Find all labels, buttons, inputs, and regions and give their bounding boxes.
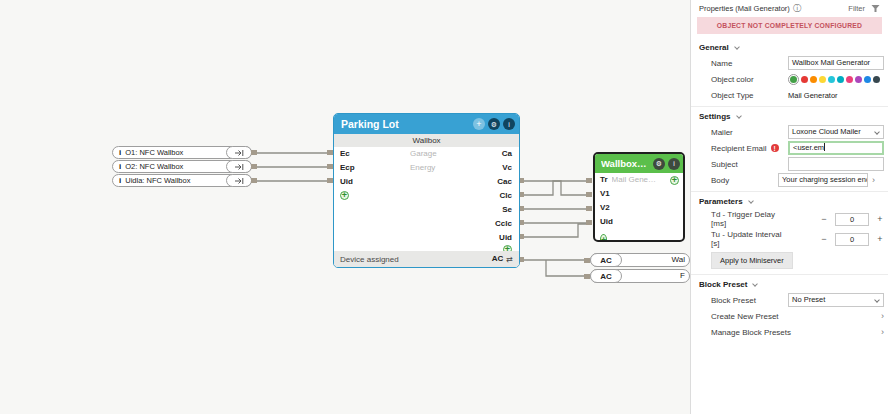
manage-block-presets-item[interactable]: Manage Block Presets ›: [691, 324, 888, 340]
reference-icon[interactable]: [226, 174, 252, 187]
filter-funnel-icon[interactable]: [871, 4, 880, 13]
filter-label: Filter: [848, 4, 865, 13]
ac-port[interactable]: AC: [492, 252, 504, 266]
input-port[interactable]: V2: [600, 201, 610, 215]
input-port[interactable]: Uid: [340, 175, 355, 189]
update-interval-stepper: − 0 +: [788, 233, 884, 246]
input-ref-o1[interactable]: i O1: NFC Wallbox: [112, 146, 252, 159]
input-ref-label: O1: NFC Wallbox: [125, 148, 183, 157]
connector-stub[interactable]: [586, 206, 592, 211]
increment-button[interactable]: +: [876, 214, 884, 224]
section-block-preset[interactable]: Block Preset: [691, 274, 888, 292]
reference-icon[interactable]: [226, 160, 252, 173]
add-output-icon[interactable]: +: [670, 176, 679, 185]
recipient-email-input[interactable]: <user.em: [788, 141, 884, 155]
color-swatch[interactable]: [864, 76, 871, 83]
gear-icon[interactable]: ⚙: [488, 118, 500, 130]
gear-icon[interactable]: ⚙: [653, 158, 665, 170]
color-swatch[interactable]: [828, 76, 835, 83]
output-port[interactable]: Se: [502, 203, 512, 217]
row-mailer: Mailer Loxone Cloud Mailer: [691, 124, 888, 140]
row-update-interval: Tu - Update Interval [s] − 0 +: [691, 229, 888, 249]
connector-stub[interactable]: [586, 220, 592, 225]
connector-stub[interactable]: [251, 178, 257, 183]
output-port[interactable]: Ca: [502, 147, 512, 161]
row-body: Body Your charging session ende ›: [691, 172, 888, 188]
add-button[interactable]: +: [473, 118, 485, 130]
input-port[interactable]: Tr: [600, 173, 608, 187]
decrement-button[interactable]: −: [820, 214, 828, 224]
body-input[interactable]: Your charging session ende: [778, 173, 868, 187]
info-icon[interactable]: i: [668, 158, 680, 170]
output-port[interactable]: Cac: [497, 175, 512, 189]
connector-stub[interactable]: [251, 150, 257, 155]
chevron-right-icon[interactable]: ›: [872, 175, 875, 185]
input-port[interactable]: Ec: [340, 147, 355, 161]
decrement-button[interactable]: −: [820, 234, 828, 244]
subject-input[interactable]: [788, 157, 884, 171]
name-input[interactable]: Wallbox Mail Generator: [788, 56, 884, 70]
properties-panel: Properties (Mail Generator) ⓘ Filter OBJ…: [690, 0, 888, 414]
section-general[interactable]: General: [691, 38, 888, 55]
mailer-dropdown[interactable]: Loxone Cloud Mailer: [788, 125, 884, 139]
wiring-canvas[interactable]: i O1: NFC Wallbox i O2: NFC Wallbox i Ui…: [0, 0, 690, 414]
output-ref-label: Wal: [672, 254, 685, 266]
output-ref-ac-1[interactable]: AC Wal: [590, 253, 690, 267]
ghost-labels: Garage Energy: [410, 147, 437, 175]
connector-stub[interactable]: [586, 178, 592, 183]
color-swatch[interactable]: [837, 76, 844, 83]
block-preset-dropdown[interactable]: No Preset: [788, 293, 884, 307]
output-port[interactable]: Clc: [500, 189, 512, 203]
info-circle-icon[interactable]: ⓘ: [793, 3, 801, 14]
color-swatch[interactable]: [873, 76, 880, 83]
output-port[interactable]: Vc: [502, 161, 512, 175]
create-new-preset-item[interactable]: Create New Preset ›: [691, 308, 888, 324]
color-swatch[interactable]: [790, 76, 797, 83]
input-port[interactable]: Uid: [600, 215, 613, 229]
error-badge-icon: !: [771, 144, 779, 152]
block-footer: Device assigned AC ⇄: [334, 251, 519, 267]
section-settings[interactable]: Settings: [691, 106, 888, 124]
color-swatch[interactable]: [810, 76, 817, 83]
output-port[interactable]: Uid: [499, 231, 512, 245]
section-heading: General: [699, 43, 729, 52]
ghost-label: Energy: [410, 161, 437, 175]
connector-stub[interactable]: [586, 192, 592, 197]
parking-lot-block[interactable]: Parking Lot + ⚙ i Wallbox Ec Ecp Uid + G…: [333, 113, 520, 268]
section-heading: Block Preset: [699, 280, 747, 289]
chevron-down-icon: [736, 113, 742, 119]
input-port[interactable]: Ecp: [340, 161, 355, 175]
field-label: Name: [711, 59, 788, 68]
color-swatch[interactable]: [846, 76, 853, 83]
input-ref-o2[interactable]: i O2: NFC Wallbox: [112, 160, 252, 173]
selected-color-ring[interactable]: [788, 74, 799, 85]
stepper-value[interactable]: 0: [835, 233, 869, 246]
block-header[interactable]: Wallbox… ⚙ i: [595, 154, 683, 173]
section-parameters[interactable]: Parameters: [691, 191, 888, 209]
stepper-value[interactable]: 0: [835, 213, 869, 226]
apply-to-miniserver-button[interactable]: Apply to Miniserver: [711, 252, 793, 269]
info-icon[interactable]: i: [503, 118, 515, 130]
input-port[interactable]: V1: [600, 187, 610, 201]
block-title: Parking Lot: [341, 118, 473, 130]
chevron-right-icon: ›: [881, 311, 884, 321]
input-ref-uidla[interactable]: i Uidla: NFC Wallbox: [112, 174, 252, 187]
chevron-down-icon: [753, 281, 759, 287]
output-ref-ac-2[interactable]: AC F: [590, 269, 690, 283]
reference-icon[interactable]: [226, 146, 252, 159]
color-swatch[interactable]: [801, 76, 808, 83]
color-swatch[interactable]: [819, 76, 826, 83]
add-input-icon[interactable]: +: [600, 234, 607, 242]
output-port[interactable]: Cclc: [495, 217, 512, 231]
row-name: Name Wallbox Mail Generator: [691, 55, 888, 71]
row-block-preset: Block Preset No Preset: [691, 292, 888, 308]
connector-stub[interactable]: [251, 164, 257, 169]
color-swatch[interactable]: [855, 76, 862, 83]
ac-port-label: AC: [590, 253, 622, 267]
increment-button[interactable]: +: [876, 234, 884, 244]
mail-generator-block[interactable]: Wallbox… ⚙ i Tr Mail Gene… + V1 V2 Uid +: [593, 152, 685, 242]
section-heading: Settings: [699, 112, 731, 121]
add-input-icon[interactable]: +: [340, 191, 349, 200]
block-header[interactable]: Parking Lot + ⚙ i: [334, 114, 519, 134]
chevron-down-icon: [748, 198, 754, 204]
